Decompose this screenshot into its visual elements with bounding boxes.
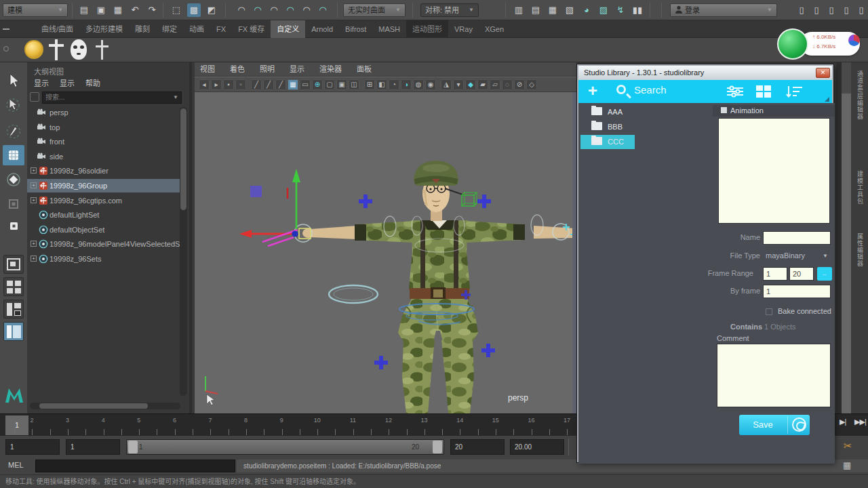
toggle-hypershade-icon[interactable]: ▯ <box>810 3 823 17</box>
shelf-tab-6[interactable]: FX 缓存 <box>232 20 271 38</box>
file-type-value[interactable]: mayaBinary <box>766 251 805 260</box>
render-current-frame-icon[interactable]: ◕ <box>580 3 593 17</box>
snap-icon-5[interactable]: ◠ <box>300 3 313 17</box>
shelf-item-coin[interactable] <box>24 40 43 59</box>
viewport-icon-13[interactable]: ⊞ <box>364 79 375 90</box>
viewport-icon-14[interactable]: ◧ <box>376 79 387 90</box>
viewport-icon-9[interactable]: ⊕ <box>312 79 323 90</box>
shelf-item-cross[interactable] <box>95 40 110 60</box>
viewport-icon-5[interactable]: ╱ <box>263 79 274 90</box>
range-end-handle[interactable] <box>433 441 442 453</box>
viewport-icon-16[interactable]: ◑ <box>401 79 412 90</box>
frame-start-input[interactable]: 1 <box>763 267 787 281</box>
shelf-tab-0[interactable]: 曲线/曲面 <box>35 20 79 38</box>
render-settings-icon[interactable]: ↯ <box>614 3 627 17</box>
live-surface-dropdown[interactable]: 无实时曲面▼ <box>343 3 406 17</box>
toggle-attribute-editor-icon[interactable]: ▯ <box>840 3 853 17</box>
outliner-item[interactable]: +19998z_96soldier <box>27 164 183 178</box>
render-icon-3[interactable]: ▦ <box>546 3 559 17</box>
viewport-icon-19[interactable]: ◮ <box>441 79 452 90</box>
toolbar-expand-icon[interactable] <box>825 97 829 102</box>
expand-icon[interactable]: + <box>31 241 37 247</box>
signin-dropdown[interactable]: 登录▼ <box>670 3 777 17</box>
studio-library-titlebar[interactable]: Studio Library - 1.30.1 - studiolibrary <box>578 66 832 80</box>
toggle-modeling-toolkit-icon[interactable]: ▯ <box>795 3 808 17</box>
shelf-tab-2[interactable]: 雕刻 <box>129 20 156 38</box>
layout-split-pane-button[interactable] <box>3 300 24 319</box>
current-frame-indicator[interactable]: 1 <box>5 415 28 435</box>
outliner-item[interactable]: top <box>27 121 183 134</box>
shelf-tab-5[interactable]: FX <box>210 20 232 38</box>
viewport-icon-11[interactable]: ▣ <box>336 79 347 90</box>
snap-icon-4[interactable]: ◠ <box>283 3 297 17</box>
viewport-menu-5[interactable]: 面板 <box>357 62 372 77</box>
paint-select-tool[interactable] <box>3 121 24 141</box>
viewport-icon-2[interactable]: ▪ <box>223 79 234 90</box>
shelf-tab-11[interactable]: 运动图形 <box>406 20 448 38</box>
anim-end-field[interactable]: 20.00 <box>510 439 564 455</box>
snap-icon-3[interactable]: ◠ <box>267 3 281 17</box>
viewport-menu-4[interactable]: 渲染器 <box>319 62 342 77</box>
render-icon-1[interactable]: ▥ <box>512 3 526 17</box>
new-scene-icon[interactable]: ▤ <box>77 3 91 17</box>
layout-four-pane-button[interactable] <box>3 277 24 296</box>
shelf-item-crucifix[interactable] <box>47 39 65 60</box>
pause-icon[interactable]: ▮▮ <box>631 3 644 17</box>
toggle-tool-settings-icon[interactable]: ▯ <box>825 3 838 17</box>
anim-start-field[interactable]: 1 <box>5 439 60 455</box>
network-monitor-ball[interactable] <box>777 28 808 60</box>
folder-AAA[interactable]: AAA <box>580 105 635 119</box>
range-start-handle[interactable] <box>128 441 138 453</box>
shelf-tab-8[interactable]: Arnold <box>305 20 339 38</box>
new-item-button[interactable]: + <box>588 81 597 100</box>
expand-icon[interactable]: + <box>31 167 37 174</box>
viewport-menu-2[interactable]: 照明 <box>260 62 275 77</box>
select-tool[interactable] <box>3 70 24 91</box>
snap-icon-1[interactable]: ◠ <box>235 3 248 17</box>
library-item[interactable]: Animation <box>713 105 835 117</box>
outliner-item[interactable]: persp <box>27 106 183 119</box>
shelf-tab-7[interactable]: 自定义 <box>271 20 305 38</box>
bake-checkbox[interactable] <box>766 308 772 315</box>
viewport-icon-20[interactable]: ▾ <box>453 79 464 90</box>
thumbnail-view-icon[interactable] <box>756 85 771 100</box>
viewport-menu-0[interactable]: 视图 <box>200 62 215 77</box>
comment-input[interactable] <box>717 344 831 407</box>
viewport-icon-1[interactable]: ▸ <box>211 79 222 90</box>
move-tool[interactable] <box>3 145 24 165</box>
viewport-icon-15[interactable]: ◔ <box>389 79 399 90</box>
step-forward-button[interactable]: ▶| <box>840 418 846 426</box>
outliner-search-input[interactable]: 搜索...▼ <box>42 92 182 104</box>
tab-attribute-editor[interactable]: 属性编辑器 <box>852 233 865 267</box>
tab-channel-box[interactable]: 通道盒/层编辑器 <box>852 70 865 121</box>
render-icon-4[interactable]: ▧ <box>563 3 576 17</box>
last-tool[interactable] <box>3 216 24 236</box>
viewport-icon-21[interactable]: ◆ <box>465 79 476 90</box>
menu-set-dropdown[interactable]: 建模▼ <box>3 3 68 17</box>
tab-modeling-toolkit[interactable]: 建模工具包 <box>852 171 865 205</box>
layout-single-pane-button[interactable] <box>3 255 24 274</box>
expand-icon[interactable]: + <box>31 197 37 203</box>
select-component-icon[interactable]: ◩ <box>205 3 218 17</box>
layout-outliner-persp-button[interactable] <box>3 322 24 341</box>
script-editor-icon[interactable]: ▦ <box>843 460 851 470</box>
rotate-tool[interactable] <box>3 169 24 190</box>
shelf-tab-9[interactable]: Bifrost <box>339 20 372 38</box>
outliner-item[interactable]: front <box>27 135 183 148</box>
folder-BBB[interactable]: BBB <box>580 120 635 134</box>
outliner-item[interactable]: +19998z_96Sets <box>27 252 183 266</box>
outliner-vertical-scrollbar[interactable] <box>180 107 187 396</box>
shelf-tab-13[interactable]: XGen <box>479 20 510 38</box>
outliner-filter-icon[interactable] <box>30 92 39 102</box>
command-line-input[interactable] <box>35 460 235 472</box>
shelf-tab-12[interactable]: VRay <box>448 20 479 38</box>
shelf-tab-3[interactable]: 绑定 <box>156 20 183 38</box>
snap-icon-6[interactable]: ◠ <box>316 3 330 17</box>
save-button[interactable]: Save <box>739 415 810 435</box>
viewport-icon-22[interactable]: ▰ <box>477 79 488 90</box>
viewport-scene[interactable]: persp <box>195 92 576 413</box>
command-line-label[interactable]: MEL <box>8 461 24 469</box>
sort-icon[interactable] <box>786 85 802 100</box>
save-scene-icon[interactable]: ▦ <box>111 3 125 17</box>
snap-icon-2[interactable]: ◠ <box>251 3 264 17</box>
